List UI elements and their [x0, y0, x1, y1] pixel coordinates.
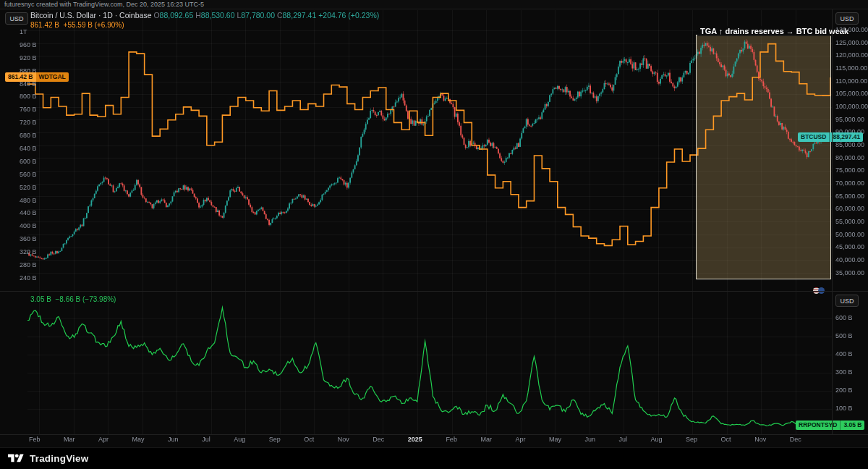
rrp-tag-label: RRPONTSYD	[796, 421, 840, 430]
time-tick-label: 2025	[408, 435, 422, 444]
ohlc-low-value: 87,780.00	[241, 11, 275, 20]
price-axis-divider	[832, 9, 833, 434]
axis-tick-label: 60,000.00	[835, 206, 868, 212]
time-axis[interactable]: FebMarAprMayJunJulAugSepOctNovDec2025Feb…	[29, 435, 801, 444]
main-right-axis[interactable]: 130,000.00125,000.00120,000.00115,000.00…	[835, 27, 868, 276]
axis-tick-label: 35,000.00	[835, 270, 868, 276]
axis-tick-label: 75,000.00	[835, 167, 868, 174]
axis-tick-label: 800 B	[20, 93, 37, 100]
footer-bar: TradingView	[0, 447, 868, 469]
time-tick-label: Apr	[98, 435, 109, 444]
axis-tick-label: 560 B	[20, 172, 37, 178]
axis-tick-label: 100 B	[835, 405, 853, 412]
rrp-change: −8.66 B (−73.98%)	[55, 295, 116, 303]
axis-tick-label: 500 B	[835, 333, 853, 339]
axis-tick-label: 120,000.00	[835, 52, 868, 59]
time-tick-label: Dec	[373, 435, 384, 444]
axis-tick-label: 600 B	[835, 315, 853, 321]
right-scale-currency-button[interactable]: USD	[835, 12, 859, 25]
event-markers[interactable]	[813, 284, 825, 297]
axis-tick-label: 50,000.00	[835, 232, 868, 238]
tradingview-chart-page: futuresnyc created with TradingView.com,…	[0, 0, 868, 469]
rrp-indicator-header[interactable]: 3.05 B −8.66 B (−73.98%)	[30, 295, 116, 303]
time-tick-label: Mar	[64, 435, 75, 444]
rrp-price-tag[interactable]: RRPONTSYD 3.05 B	[796, 421, 864, 430]
btcusd-tag-label: BTCUSD	[798, 132, 829, 142]
time-tick-label: Mar	[480, 435, 492, 444]
axis-tick-label: 440 B	[20, 210, 37, 216]
time-tick-label: Jul	[619, 435, 628, 444]
time-tick-label: May	[132, 435, 145, 444]
attribution-text: futuresnyc created with TradingView.com,…	[4, 1, 204, 8]
axis-tick-label: 720 B	[20, 119, 37, 126]
axis-tick-label: 40,000.00	[835, 257, 868, 263]
annotation-label: TGA ↑ drains reserves → BTC bid weak	[700, 27, 848, 35]
time-tick-label: Sep	[269, 435, 281, 444]
btcusd-price-tag[interactable]: BTCUSD 88,297.41	[798, 132, 863, 142]
axis-tick-label: 70,000.00	[835, 180, 868, 187]
axis-tick-label: 80,000.00	[835, 155, 868, 161]
ohlc-change: +204.76 (+0.23%)	[318, 11, 379, 20]
axis-tick-label: 55,000.00	[835, 219, 868, 225]
axis-tick-label: 300 B	[835, 369, 853, 376]
pane-divider[interactable]	[0, 291, 868, 292]
ohlc-open-label: O	[153, 11, 159, 20]
tradingview-logo-icon[interactable]	[7, 452, 25, 465]
time-tick-label: Nov	[754, 435, 766, 444]
time-tick-label: Jun	[584, 435, 595, 444]
axis-tick-label: 200 B	[835, 387, 853, 394]
main-left-axis[interactable]: 1T960 B920 B880 B840 B800 B760 B720 B680…	[20, 29, 37, 282]
axis-tick-label: 400 B	[20, 223, 37, 229]
left-scale-currency-button[interactable]: USD	[5, 12, 28, 25]
axis-tick-label: 280 B	[20, 262, 37, 269]
time-tick-label: Jul	[202, 435, 210, 444]
annotation-text[interactable]: TGA ↑ drains reserves → BTC bid weak	[697, 26, 851, 36]
tradingview-brand-text[interactable]: TradingView	[30, 453, 88, 464]
time-tick-label: Dec	[790, 435, 801, 444]
time-tick-label: Oct	[721, 435, 731, 444]
rrp-value: 3.05 B	[30, 295, 51, 303]
axis-tick-label: 125,000.00	[835, 40, 868, 46]
axis-tick-label: 320 B	[20, 249, 37, 255]
time-tick-label: Feb	[29, 435, 41, 444]
axis-tick-label: 600 B	[20, 159, 37, 165]
time-tick-label: Aug	[651, 435, 663, 444]
time-tick-label: Feb	[446, 435, 457, 444]
time-tick-label: Apr	[515, 435, 525, 444]
axis-tick-label: 360 B	[20, 236, 37, 242]
btcusd-tag-value: 88,297.41	[829, 132, 863, 142]
axis-tick-label: 760 B	[20, 106, 37, 113]
axis-tick-label: 960 B	[20, 42, 37, 48]
time-tick-label: Nov	[338, 435, 349, 444]
wdtgal-tag-label: WDTGAL	[36, 72, 69, 82]
tga-indicator-header[interactable]: 861.42 B +55.59 B (+6.90%)	[30, 21, 124, 29]
symbol-title[interactable]: Bitcoin / U.S. Dollar · 1D · Coinbase	[30, 11, 151, 20]
symbol-header[interactable]: Bitcoin / U.S. Dollar · 1D · Coinbase O8…	[30, 11, 379, 20]
time-tick-label: Sep	[686, 435, 697, 444]
axis-tick-label: 100,000.00	[835, 103, 868, 110]
ohlc-close-value: 88,297.41	[283, 11, 317, 20]
axis-tick-label: 1T	[20, 29, 37, 35]
axis-tick-label: 65,000.00	[835, 193, 868, 200]
lower-right-axis[interactable]: 600 B500 B400 B300 B200 B100 B	[835, 315, 853, 412]
chart-canvas[interactable]	[0, 0, 868, 469]
wdtgal-tag-value: 861.42 B	[5, 72, 36, 82]
currency-label: USD	[9, 15, 23, 22]
axis-tick-label: 240 B	[20, 275, 37, 282]
ohlc-open-value: 88,092.65	[160, 11, 194, 20]
axis-tick-label: 480 B	[20, 198, 37, 204]
axis-tick-label: 85,000.00	[835, 142, 868, 148]
ohlc-high-label: H	[195, 11, 201, 20]
currency-label: USD	[840, 15, 854, 22]
time-tick-label: May	[549, 435, 561, 444]
time-tick-label: Oct	[304, 435, 314, 444]
axis-tick-label: 115,000.00	[835, 65, 868, 72]
time-tick-label: Jun	[168, 435, 179, 444]
axis-tick-label: 400 B	[835, 351, 853, 358]
time-axis-divider	[0, 434, 868, 435]
wdtgal-price-tag[interactable]: 861.42 B WDTGAL	[5, 72, 69, 82]
axis-tick-label: 95,000.00	[835, 117, 868, 123]
lower-scale-currency-button[interactable]: USD	[835, 295, 859, 307]
currency-label: USD	[840, 297, 854, 305]
axis-tick-label: 130,000.00	[835, 27, 868, 33]
